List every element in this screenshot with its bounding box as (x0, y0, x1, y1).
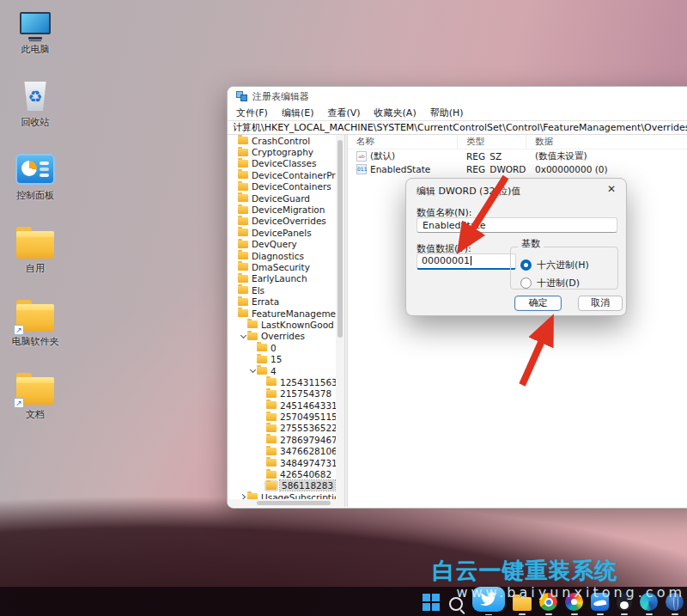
twitter-icon (472, 587, 505, 612)
list-header[interactable]: 名称类型数据 (348, 135, 687, 149)
vscroll-thumb[interactable] (337, 140, 343, 338)
key-folder-icon (266, 424, 277, 432)
tree-item-label: DeviceMigration (252, 204, 325, 215)
tree-item-label: 2755536522 (280, 423, 336, 433)
folder-icon: ↗ (15, 297, 55, 333)
tree-item[interactable]: DeviceOverrides (228, 216, 336, 227)
chevron-spacer (258, 436, 266, 443)
chevron-spacer (258, 448, 266, 455)
tree-item[interactable]: Errata (228, 296, 336, 307)
tree-item[interactable]: 1254311563 (228, 376, 336, 387)
chevron-down-icon[interactable] (240, 332, 247, 340)
tree-item[interactable]: Els (228, 284, 336, 296)
menu-item-2[interactable]: 查看(V) (327, 107, 360, 119)
tree-item[interactable]: 3484974731 (228, 457, 336, 468)
desktop-icon-this-pc[interactable]: 此电脑 (2, 5, 69, 78)
tree-item-label: 426540682 (280, 469, 331, 479)
tree-item[interactable]: LastKnownGood (228, 319, 336, 330)
tree-item[interactable]: 2786979467 (228, 434, 336, 445)
registry-address-bar[interactable]: 计算机\HKEY_LOCAL_MACHINE\SYSTEM\CurrentCon… (228, 120, 687, 135)
desktop-icon-recycle-bin[interactable]: ♻回收站 (2, 78, 69, 151)
menu-item-4[interactable]: 帮助(H) (430, 107, 464, 119)
tree-item-label: Els (252, 285, 264, 296)
menu-item-1[interactable]: 编辑(E) (282, 107, 314, 119)
key-folder-icon (238, 194, 248, 202)
value-name-field[interactable]: EnabledState (416, 217, 617, 233)
value-name-text: EnabledState (370, 164, 430, 174)
taskbar-qq-button[interactable] (617, 587, 632, 616)
running-indicator (621, 613, 628, 615)
radio-decimal[interactable]: 十进制(D) (520, 277, 580, 290)
desktop-icon-folder[interactable]: ↗电脑软件夹 (2, 297, 69, 370)
value-type-cell: REG_SZ (458, 151, 526, 162)
tree-item[interactable]: DeviceContainers (228, 181, 336, 192)
tree-item[interactable]: DeviceClasses (228, 158, 336, 169)
tree-item[interactable]: EarlyLaunch (228, 273, 336, 284)
taskbar-tim-button[interactable] (591, 587, 609, 616)
tree-item[interactable]: Cryptography (228, 146, 336, 157)
column-header-0[interactable]: 名称 (348, 135, 458, 149)
value-data-input[interactable]: 00000001 (416, 253, 516, 270)
close-icon[interactable]: ✕ (607, 183, 616, 195)
taskbar-start-button[interactable] (423, 587, 440, 616)
value-row[interactable]: ab(默认)REG_SZ(数值未设置) (348, 149, 687, 162)
tree-vertical-scrollbar[interactable] (336, 135, 344, 507)
hscroll-thumb[interactable] (257, 501, 331, 505)
radio-unselected-icon[interactable] (520, 278, 532, 289)
tree-item[interactable]: 2570495115 (228, 411, 336, 422)
control-panel-tile (17, 156, 53, 183)
column-header-2[interactable]: 数据 (526, 135, 687, 149)
tree-item[interactable]: FeatureManagement (228, 308, 336, 319)
tree-item[interactable]: 2451464331 (228, 399, 336, 411)
tree-item[interactable]: DeviceMigration (228, 204, 336, 215)
tree-item[interactable]: Overrides (228, 331, 336, 342)
tree-item[interactable]: 3476628106 (228, 446, 336, 457)
tree-item[interactable]: DeviceContainerPropertyUpda (228, 169, 336, 180)
menu-item-3[interactable]: 收藏夹(A) (374, 107, 416, 119)
tree-item-label: 2786979467 (280, 435, 336, 445)
value-row[interactable]: 011EnabledStateREG_DWORD0x00000000 (0) (348, 162, 687, 175)
chevron-spacer (230, 171, 238, 179)
tree-item[interactable]: CrashControl (228, 135, 336, 146)
cancel-button[interactable]: 取消 (578, 296, 623, 311)
taskbar-chrome-button[interactable] (539, 587, 557, 616)
column-header-1[interactable]: 类型 (458, 135, 526, 149)
radio-selected-icon[interactable] (520, 259, 532, 271)
tree-item[interactable]: 0 (228, 342, 336, 353)
tree-item[interactable]: 215754378 (228, 388, 336, 399)
taskbar-globe-browser-button[interactable] (666, 587, 684, 616)
tree-item[interactable]: 15 (228, 353, 336, 364)
key-folder-icon (238, 217, 248, 225)
desktop-icon-folder[interactable]: ↗文档 (2, 370, 69, 443)
tree-item[interactable]: DmaSecurity (228, 261, 336, 272)
menu-item-0[interactable]: 文件(F) (236, 107, 268, 119)
chevron-down-icon[interactable] (249, 367, 257, 375)
tree-item[interactable]: 4 (228, 365, 336, 376)
taskbar-twitter-button[interactable] (472, 587, 505, 616)
chevron-spacer (258, 390, 266, 398)
tree-item-label: 15 (271, 354, 282, 364)
taskbar-color-wheel-button[interactable] (565, 587, 583, 616)
radio-hexadecimal[interactable]: 十六进制(H) (520, 259, 589, 271)
chevron-spacer (230, 149, 238, 156)
tree-item[interactable]: 426540682 (228, 468, 336, 479)
key-folder-icon (238, 241, 248, 248)
regedit-titlebar[interactable]: 注册表编辑器 (228, 87, 687, 106)
tree-item[interactable]: DevicePanels (228, 227, 336, 238)
start-square (423, 594, 430, 601)
tree-horizontal-scrollbar[interactable] (228, 499, 336, 507)
desktop-icon-control-panel[interactable]: 控制面板 (2, 151, 69, 224)
tree-item[interactable]: 586118283 (228, 480, 336, 491)
tree-item[interactable]: DevQuery (228, 239, 336, 250)
taskbar-edge-button[interactable] (640, 587, 658, 616)
desktop-icon-folder[interactable]: 自用 (2, 224, 69, 297)
taskbar (0, 587, 687, 616)
tree-item[interactable]: 2755536522 (228, 423, 336, 434)
taskbar-file-explorer-button[interactable] (513, 587, 532, 616)
taskbar-search-button[interactable] (447, 587, 465, 616)
tree-item[interactable]: Diagnostics (228, 250, 336, 261)
globe-browser-icon (666, 593, 684, 611)
tree-item[interactable]: DeviceGuard (228, 192, 336, 204)
ok-button[interactable]: 确定 (514, 296, 562, 311)
running-indicator (571, 613, 578, 615)
